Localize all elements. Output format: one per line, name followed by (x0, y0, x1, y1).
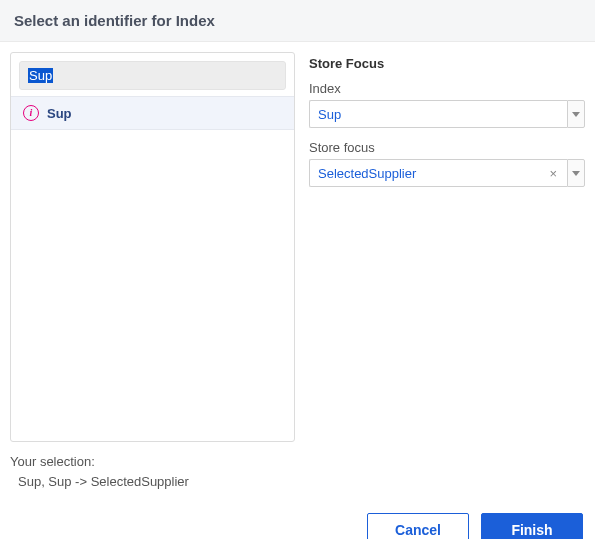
store-focus-label: Store focus (309, 140, 585, 155)
dialog-header: Select an identifier for Index (0, 0, 595, 42)
index-combo[interactable]: Sup (309, 100, 585, 128)
store-focus-field-group: Store focus SelectedSupplier × (309, 140, 585, 187)
finish-button[interactable]: Finish (481, 513, 583, 539)
result-row[interactable]: i Sup (11, 96, 294, 130)
dialog-body: Sup i Sup Store Focus Index Sup Store fo… (0, 42, 595, 452)
store-focus-combo-input[interactable]: SelectedSupplier × (309, 159, 567, 187)
search-input-value: Sup (28, 68, 53, 83)
right-panel: Store Focus Index Sup Store focus Select… (309, 52, 585, 442)
info-icon: i (23, 105, 39, 121)
chevron-down-icon (572, 112, 580, 117)
index-label: Index (309, 81, 585, 96)
dialog-footer: Cancel Finish (0, 503, 595, 539)
section-title: Store Focus (309, 56, 585, 71)
index-dropdown-button[interactable] (567, 100, 585, 128)
dialog-title: Select an identifier for Index (14, 12, 581, 29)
search-wrap: Sup (11, 53, 294, 96)
left-panel: Sup i Sup (10, 52, 295, 442)
search-input[interactable]: Sup (19, 61, 286, 90)
clear-icon[interactable]: × (547, 166, 559, 181)
chevron-down-icon (572, 171, 580, 176)
index-value: Sup (318, 107, 341, 122)
store-focus-combo[interactable]: SelectedSupplier × (309, 159, 585, 187)
cancel-button[interactable]: Cancel (367, 513, 469, 539)
result-label: Sup (47, 106, 72, 121)
selection-summary-detail: Sup, Sup -> SelectedSupplier (10, 472, 585, 492)
selection-summary-title: Your selection: (10, 452, 585, 472)
store-focus-dropdown-button[interactable] (567, 159, 585, 187)
index-field-group: Index Sup (309, 81, 585, 128)
index-combo-input[interactable]: Sup (309, 100, 567, 128)
store-focus-value: SelectedSupplier (318, 166, 416, 181)
selection-summary: Your selection: Sup, Sup -> SelectedSupp… (0, 452, 595, 503)
